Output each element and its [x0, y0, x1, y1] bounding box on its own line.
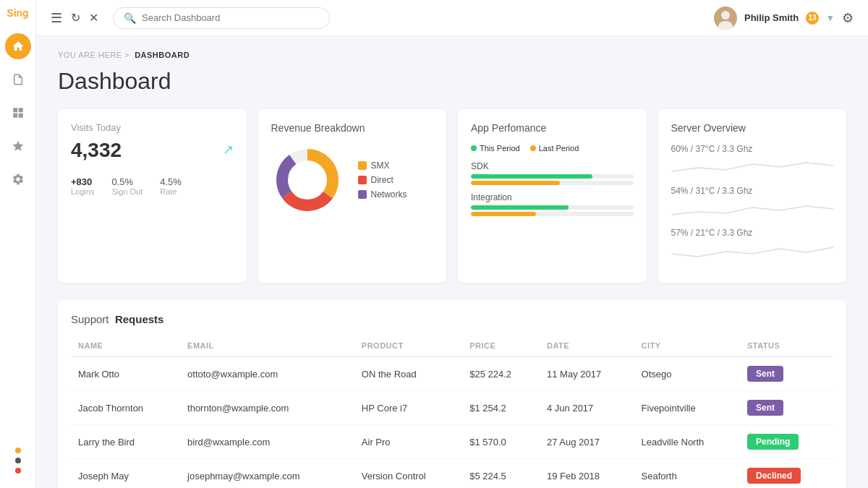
cell-date: 4 Jun 2017 [540, 391, 634, 425]
last-period-dot [530, 145, 536, 151]
search-input[interactable] [142, 12, 319, 23]
cell-price: $1 570.0 [462, 425, 540, 459]
table-row: Joseph May josephmay@wxample.com Version… [71, 459, 833, 489]
revenue-card: Revenue Breakdown [258, 109, 447, 283]
cell-city: Leadville North [634, 425, 740, 459]
revenue-content: SMX Direct Networks [271, 144, 434, 216]
cell-product: Air Pro [354, 425, 462, 459]
avatar [714, 7, 737, 30]
search-icon: 🔍 [124, 12, 136, 24]
revenue-title: Revenue Breakdown [271, 122, 434, 134]
revenue-legend: SMX Direct Networks [358, 160, 407, 200]
cell-product: Version Control [354, 459, 462, 489]
status-badge[interactable]: Sent [747, 400, 783, 416]
server-3-sparkline [671, 241, 834, 262]
cell-status: Declined [740, 459, 833, 489]
cell-date: 19 Feb 2018 [540, 459, 634, 489]
cell-status: Sent [740, 356, 833, 391]
col-status: STATUS [740, 335, 833, 356]
sidebar-dots [15, 448, 21, 481]
col-product: PRODUCT [354, 335, 462, 356]
direct-color [358, 176, 367, 184]
cell-status: Sent [740, 391, 833, 425]
trend-arrow-icon: ↗ [223, 142, 234, 158]
status-badge[interactable]: Pending [747, 434, 799, 450]
cell-email: josephmay@wxample.com [180, 459, 354, 489]
cell-email: ottoto@wxample.com [180, 356, 354, 391]
status-badge[interactable]: Declined [747, 468, 801, 484]
sdk-last-period-bar [471, 181, 560, 185]
smx-color [358, 161, 367, 170]
integration-last-period-bar [471, 212, 536, 216]
visits-stat-logins: +830 Logins [71, 176, 94, 196]
server-card: Server Overview 60% / 37°C / 3.3 Ghz 54%… [658, 109, 847, 283]
table-body: Mark Otto ottoto@wxample.com ON the Road… [71, 356, 833, 488]
sidebar: Sing [0, 0, 36, 488]
content-area: YOU ARE HERE > Dashboard Dashboard Visit… [36, 36, 868, 488]
legend-smx: SMX [358, 160, 407, 171]
visits-card: Visits Today 4,332 ↗ +830 Logins 0.5% Si… [58, 109, 247, 283]
table-row: Jacob Thornton thornton@wxample.com HP C… [71, 391, 833, 425]
visits-title: Visits Today [71, 122, 234, 133]
topbar-right: Philip Smith 13 ▼ ⚙ [714, 7, 854, 30]
col-name: NAME [71, 335, 180, 356]
search-box[interactable]: 🔍 [113, 7, 330, 29]
sdk-this-period-bar [471, 174, 592, 179]
cell-email: bird@wxample.com [180, 425, 354, 459]
username: Philip Smith [744, 12, 799, 23]
legend-direct: Direct [358, 175, 407, 185]
server-1-sparkline [671, 157, 834, 179]
cell-city: Fivepointville [634, 391, 740, 425]
page-title: Dashboard [58, 68, 846, 95]
donut-chart [271, 144, 344, 216]
visits-stat-rate: 4.5% Rate [160, 176, 182, 196]
hamburger-icon[interactable]: ☰ [51, 10, 62, 26]
cell-price: $25 224.2 [462, 356, 540, 391]
networks-color [358, 190, 367, 199]
support-table-section: Support Requests NAME EMAIL PRODUCT PRIC… [58, 300, 846, 488]
visits-stat-signout: 0.5% Sign Out [111, 176, 142, 196]
sidebar-icon-home[interactable] [5, 33, 31, 59]
chevron-down-icon[interactable]: ▼ [826, 13, 835, 23]
table-row: Larry the Bird bird@wxample.com Air Pro … [71, 425, 833, 459]
gear-icon[interactable]: ⚙ [842, 10, 854, 26]
server-1: 60% / 37°C / 3.3 Ghz [671, 144, 834, 179]
integration-this-period-bar [471, 205, 569, 210]
status-badge[interactable]: Sent [747, 366, 783, 382]
sidebar-dot-1 [15, 448, 21, 453]
sdk-metric: SDK [471, 161, 634, 185]
performance-title: App Perfomance [471, 122, 634, 134]
sidebar-icon-grid[interactable] [5, 100, 31, 126]
app-logo: Sing [7, 7, 28, 19]
cell-email: thornton@wxample.com [180, 391, 354, 425]
sidebar-dot-2 [15, 458, 21, 463]
server-2-sparkline [671, 199, 834, 221]
cell-city: Otsego [634, 356, 740, 391]
close-icon[interactable]: ✕ [89, 11, 98, 25]
cell-name: Joseph May [71, 459, 180, 489]
col-price: PRICE [462, 335, 540, 356]
perf-legend: This Period Last Period [471, 144, 634, 153]
topbar: ☰ ↻ ✕ 🔍 Philip Smith 13 ▼ ⚙ [36, 0, 868, 36]
cards-row: Visits Today 4,332 ↗ +830 Logins 0.5% Si… [58, 109, 846, 283]
notification-badge[interactable]: 13 [806, 12, 819, 25]
table-header-row: NAME EMAIL PRODUCT PRICE DATE CITY STATU… [71, 335, 833, 356]
refresh-icon[interactable]: ↻ [71, 11, 80, 25]
sidebar-icon-document[interactable] [5, 67, 31, 93]
cell-date: 27 Aug 2017 [540, 425, 634, 459]
sidebar-icon-settings[interactable] [5, 166, 31, 192]
sidebar-dot-3 [15, 468, 21, 474]
server-2: 54% / 31°C / 3.3 Ghz [671, 186, 834, 221]
cell-date: 11 May 2017 [540, 356, 634, 391]
cell-name: Larry the Bird [71, 425, 180, 459]
svg-point-1 [721, 11, 730, 20]
table-thead: NAME EMAIL PRODUCT PRICE DATE CITY STATU… [71, 335, 833, 356]
cell-product: ON the Road [354, 356, 462, 391]
table-header: Support Requests [71, 313, 833, 325]
col-date: DATE [540, 335, 634, 356]
legend-networks: Networks [358, 189, 407, 200]
support-table: NAME EMAIL PRODUCT PRICE DATE CITY STATU… [71, 335, 833, 488]
sidebar-icon-star[interactable] [5, 133, 31, 159]
cell-product: HP Core i7 [354, 391, 462, 425]
cell-price: $1 254.2 [462, 391, 540, 425]
